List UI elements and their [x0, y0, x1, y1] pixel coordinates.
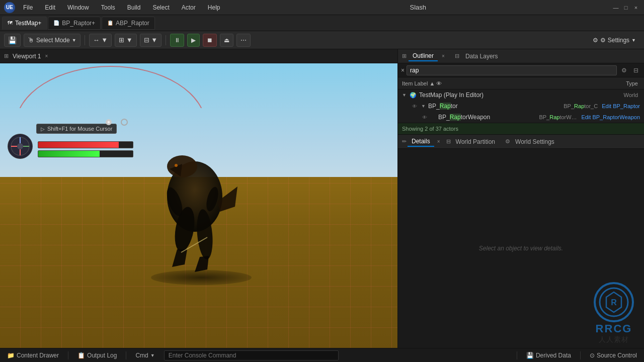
titlebar-left: UE File Edit Window Tools Build Select A… [4, 2, 224, 13]
statusbar-sep-2 [126, 351, 126, 359]
output-log-label: Output Log [87, 352, 117, 359]
eye-icon: 👁 [436, 80, 444, 86]
details-tab[interactable]: Details [408, 137, 434, 147]
search-input[interactable] [407, 65, 617, 75]
resume-button[interactable]: ▶ [187, 34, 200, 47]
testmap-type: World [600, 92, 640, 98]
viewport-close-button[interactable]: × [45, 53, 48, 59]
select-mode-button[interactable]: 🖱 Select Mode ▼ [24, 34, 80, 47]
snap-button[interactable]: ⊞ ▼ [115, 34, 136, 47]
tab-abp-raptor[interactable]: 📋 ABP_Raptor [102, 17, 155, 30]
statusbar-sep-1 [68, 351, 68, 359]
viewport-title: Viewport 1 [13, 53, 41, 60]
transform-button[interactable]: ↔ ▼ [89, 34, 112, 47]
app-title: Slash [410, 4, 426, 11]
menu-window[interactable]: Window [63, 3, 93, 12]
eject-button[interactable]: ⏏ [220, 34, 233, 47]
menu-file[interactable]: File [19, 3, 37, 12]
visibility-icon[interactable]: 👁 [412, 104, 417, 109]
viewport-header: ⊞ Viewport 1 × [0, 49, 397, 63]
bp-raptor-type: BP_Raptor_C [559, 103, 600, 109]
derived-data-button[interactable]: 💾 Derived Data [523, 351, 574, 360]
menu-actor[interactable]: Actor [178, 3, 200, 12]
more-options-button[interactable]: ⋯ [236, 34, 251, 47]
details-close-button[interactable]: × [437, 139, 440, 144]
data-layers-icon: ⊟ [455, 53, 459, 59]
type-column[interactable]: Type [600, 80, 640, 86]
tree-row-bp-raptor[interactable]: 👁 ▼ BP_Raptor BP_Raptor_C Edit BP_Raptor [398, 101, 644, 112]
details-panel-icon: ✏ [402, 138, 407, 145]
watermark-subtitle: 人人素材 [599, 335, 629, 344]
edit-bp-raptor-link[interactable]: Edit BP_Raptor [602, 103, 640, 109]
output-log-icon: 📋 [77, 352, 85, 359]
data-layers-label: Data Layers [465, 53, 498, 60]
cmd-arrow-icon: ▼ [150, 353, 155, 358]
search-settings-icon[interactable]: ⚙ [619, 65, 629, 75]
tab-bar: 🗺 TestMap+ 📄 BP_Raptor+ 📋 ABP_Raptor [0, 15, 644, 31]
menu-edit[interactable]: Edit [41, 3, 59, 12]
save-button[interactable]: 💾 [4, 34, 21, 47]
testmap-tab-label: TestMap+ [15, 20, 41, 27]
settings-button[interactable]: ⚙ ⚙ Settings ▼ [589, 35, 640, 45]
maximize-button[interactable]: □ [622, 4, 630, 12]
cursor-icon: 🖱 [28, 36, 34, 44]
details-header: ✏ Details × ⊟ World Partition ⚙ World Se… [398, 135, 644, 149]
ellipsis-icon: ⋯ [240, 37, 247, 44]
outliner-tab[interactable]: Outliner [409, 51, 438, 61]
stop-button[interactable]: ⏹ [203, 34, 217, 47]
svg-marker-8 [172, 249, 187, 267]
grid-button[interactable]: ⊟ ▼ [140, 34, 162, 47]
ue-logo: UE [4, 2, 15, 13]
statusbar-sep-4 [580, 351, 581, 359]
minimize-button[interactable]: — [612, 4, 620, 12]
cmd-dropdown[interactable]: Cmd ▼ [132, 351, 157, 360]
main-toolbar: 💾 🖱 Select Mode ▼ ↔ ▼ ⊞ ▼ ⊟ ▼ ⏸ ▶ ⏹ ⏏ ⋯ … [0, 31, 644, 49]
source-control-button[interactable]: ⊙ Source Control [587, 351, 640, 360]
close-button[interactable]: × [632, 4, 640, 12]
outliner-close-button[interactable]: × [442, 53, 445, 59]
derived-data-icon: 💾 [526, 352, 534, 359]
edit-bp-raptor-weapon-link[interactable]: Edit BP_RaptorWeapon [581, 114, 640, 120]
world-settings-tab[interactable]: World Settings [511, 137, 558, 146]
settings-dropdown-icon: ▼ [631, 38, 636, 43]
abp-raptor-tab-label: ABP_Raptor [116, 20, 149, 27]
testmap-tab-icon: 🗺 [8, 20, 13, 26]
actor-count-text: Showing 2 of 37 actors [402, 126, 458, 132]
status-bar: 📁 Content Drawer 📋 Output Log Cmd ▼ 💾 De… [0, 348, 644, 362]
settings-label: ⚙ Settings [600, 37, 629, 44]
tree-row-bp-raptor-weapon[interactable]: 👁 ▶ BP_RaptorWeapon BP_RaptorWeapon_C Ed… [398, 112, 644, 123]
window-controls: — □ × [612, 4, 640, 12]
item-label-column[interactable]: Item Label ▲ 👁 [402, 80, 600, 86]
tab-bp-raptor[interactable]: 📄 BP_Raptor+ [48, 17, 101, 30]
main-area: ⊞ Viewport 1 × [0, 49, 644, 348]
menu-help[interactable]: Help [204, 3, 224, 12]
abp-raptor-tab-icon: 📋 [107, 20, 113, 26]
tree-row-testmap[interactable]: ▼ 🌍 TestMap (Play In Editor) World [398, 89, 644, 101]
content-drawer-button[interactable]: 📁 Content Drawer [4, 351, 62, 360]
world-partition-tab[interactable]: World Partition [452, 137, 499, 146]
resume-icon: ▶ [191, 37, 196, 44]
watermark-logo-svg: R [594, 282, 634, 322]
bp-raptor-tab-label: BP_Raptor+ [62, 20, 95, 27]
viewport[interactable]: ▷ Shift+F1 for Mouse Cursor [0, 63, 397, 348]
outliner-header: ⊞ Outliner × ⊟ Data Layers [398, 49, 644, 63]
output-log-button[interactable]: 📋 Output Log [74, 351, 120, 360]
content-drawer-label: Content Drawer [17, 352, 59, 359]
menu-build[interactable]: Build [123, 3, 145, 12]
search-clear-button[interactable]: × [401, 67, 405, 74]
sort-arrow-icon: ▲ [429, 80, 435, 86]
menu-select[interactable]: Select [148, 3, 173, 12]
svg-marker-9 [195, 256, 209, 272]
console-input[interactable] [164, 350, 339, 360]
world-icon: 🌍 [409, 92, 417, 99]
svg-point-1 [167, 155, 197, 177]
pause-button[interactable]: ⏸ [170, 34, 184, 47]
tab-testmap[interactable]: 🗺 TestMap+ [2, 17, 47, 30]
toolbar-separator-1 [85, 35, 85, 45]
visibility-weapon-icon[interactable]: 👁 [422, 115, 427, 120]
menu-tools[interactable]: Tools [97, 3, 119, 12]
testmap-label: TestMap (Play In Editor) [419, 92, 598, 99]
data-layers-tab[interactable]: Data Layers [461, 52, 502, 61]
search-filter-icon[interactable]: ⊟ [631, 65, 641, 75]
stop-icon: ⏹ [207, 37, 213, 44]
